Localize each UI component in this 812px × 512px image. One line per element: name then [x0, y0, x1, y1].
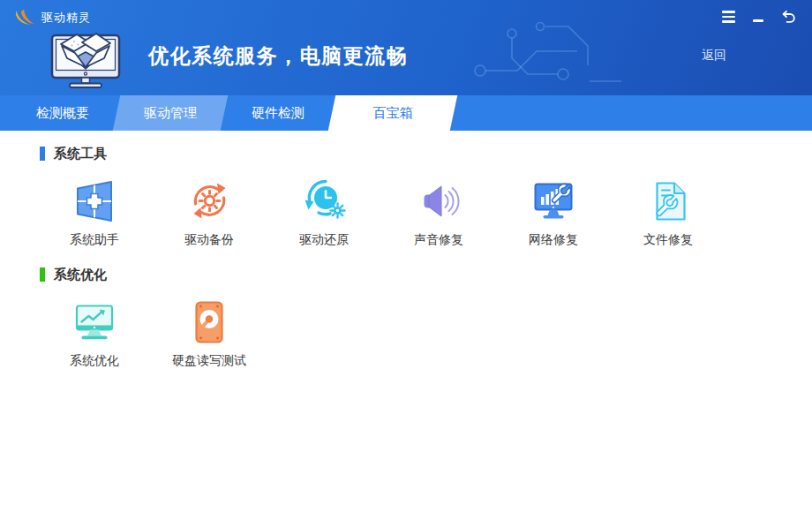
tool-label: 系统优化 — [70, 353, 119, 369]
speaker-icon — [414, 177, 463, 226]
tab-hardware-detect[interactable]: 硬件检测 — [224, 95, 332, 131]
tool-driver-restore[interactable]: 驱动还原 — [267, 177, 381, 248]
back-link[interactable]: 返回 — [702, 48, 726, 64]
tool-label: 文件修复 — [643, 232, 693, 248]
file-wrench-icon — [643, 177, 693, 226]
toolbox-content: 系统工具 系统助手 — [0, 131, 812, 369]
banner-row: 优化系统服务，电脑更流畅 返回 — [0, 22, 812, 89]
section-marker — [40, 267, 45, 282]
tool-label: 网络修复 — [529, 232, 578, 248]
tab-detect-summary[interactable]: 检测概要 — [9, 95, 117, 131]
section-system-optimize: 系统优化 系统优化 — [40, 266, 812, 369]
sync-gear-icon — [184, 177, 234, 226]
monitor-chart-icon — [70, 297, 119, 347]
tool-driver-backup[interactable]: 驱动备份 — [152, 177, 267, 248]
tab-bar: 检测概要 驱动管理 硬件检测 百宝箱 — [0, 95, 812, 131]
monitor-wrench-icon — [529, 177, 578, 226]
banner-title: 优化系统服务，电脑更流畅 — [148, 42, 408, 70]
tool-system-assistant[interactable]: 系统助手 — [37, 177, 152, 248]
section-header: 系统优化 — [40, 266, 812, 283]
section-marker — [40, 147, 45, 161]
tool-label: 声音修复 — [414, 232, 463, 248]
tool-label: 系统助手 — [70, 232, 119, 248]
section-header: 系统工具 — [40, 145, 812, 162]
header-banner: 驱动精灵 — [0, 0, 812, 95]
tab-driver-manage[interactable]: 驱动管理 — [117, 95, 224, 131]
tool-label: 驱动备份 — [184, 232, 234, 248]
tool-label: 驱动还原 — [299, 232, 349, 248]
windows-plus-icon — [70, 177, 119, 226]
section-title: 系统优化 — [54, 267, 107, 283]
section-title: 系统工具 — [54, 146, 107, 162]
clock-restore-icon — [299, 177, 349, 226]
hamburger-menu-icon — [722, 11, 735, 22]
toolbox-monitor-icon — [49, 21, 125, 90]
tool-grid: 系统助手 — [37, 177, 812, 248]
tool-network-repair[interactable]: 网络修复 — [496, 177, 611, 248]
hdd-icon — [184, 297, 234, 347]
tool-sound-repair[interactable]: 声音修复 — [381, 177, 496, 248]
app-window: 驱动精灵 — [0, 0, 812, 512]
tool-label: 硬盘读写测试 — [172, 353, 246, 369]
tool-system-optimize[interactable]: 系统优化 — [37, 297, 152, 369]
section-system-tools: 系统工具 系统助手 — [40, 145, 812, 248]
tool-grid: 系统优化 硬盘读写测试 — [37, 297, 812, 369]
tab-toolbox[interactable]: 百宝箱 — [332, 95, 454, 131]
tool-file-repair[interactable]: 文件修复 — [611, 177, 726, 248]
tool-disk-readwrite-test[interactable]: 硬盘读写测试 — [152, 297, 267, 369]
